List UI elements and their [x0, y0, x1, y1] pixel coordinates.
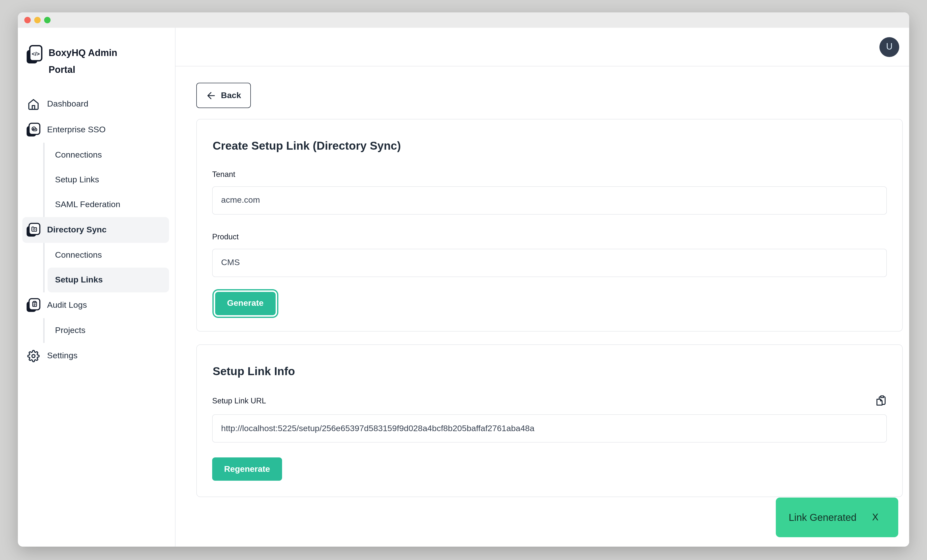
- sidebar-item-label: Projects: [55, 326, 85, 335]
- avatar[interactable]: U: [880, 37, 899, 57]
- desktop: </> BoxyHQ Admin Portal Dashboard: [0, 0, 927, 560]
- folder-sync-keycap-icon: [26, 223, 41, 237]
- create-setup-link-card: Create Setup Link (Directory Sync) Tenan…: [196, 119, 903, 331]
- sidebar-item-sso-connections[interactable]: Connections: [47, 143, 169, 167]
- sidebar-item-enterprise-sso[interactable]: Enterprise SSO: [22, 117, 169, 143]
- main-area: U Back Create Setup Link (D: [175, 28, 909, 546]
- back-button-label: Back: [221, 90, 241, 100]
- svg-text:</>: </>: [32, 51, 40, 57]
- product-label: Product: [212, 232, 887, 241]
- app-title: BoxyHQ Admin Portal: [49, 45, 128, 78]
- setup-link-url-input[interactable]: [212, 414, 887, 443]
- sidebar-item-dsync-connections[interactable]: Connections: [47, 243, 169, 268]
- sidebar-item-label: Dashboard: [47, 99, 88, 109]
- clipboard-keycap-icon: [26, 298, 41, 313]
- product-input[interactable]: [212, 249, 887, 277]
- top-header: U: [175, 28, 909, 67]
- sidebar-item-label: SAML Federation: [55, 200, 120, 209]
- tenant-label: Tenant: [212, 170, 887, 179]
- sidebar-item-settings[interactable]: Settings: [22, 343, 169, 369]
- sidebar-item-label: Connections: [55, 250, 102, 260]
- close-window-button[interactable]: [24, 17, 31, 23]
- sidebar-item-label: Audit Logs: [47, 300, 87, 310]
- toast-message: Link Generated: [789, 512, 857, 523]
- audit-logs-subgroup: Projects: [43, 318, 169, 343]
- sidebar-item-dashboard[interactable]: Dashboard: [22, 91, 169, 117]
- setup-link-url-label: Setup Link URL: [212, 396, 266, 405]
- sidebar-item-audit-logs[interactable]: Audit Logs: [22, 292, 169, 318]
- avatar-initial: U: [886, 42, 892, 52]
- generate-button[interactable]: Generate: [215, 291, 275, 315]
- tenant-input[interactable]: [212, 186, 887, 214]
- zoom-window-button[interactable]: [44, 17, 50, 23]
- sidebar-item-label: Directory Sync: [47, 225, 106, 235]
- home-icon: [26, 97, 41, 111]
- gear-icon: [26, 348, 41, 363]
- sidebar-item-dsync-setup-links[interactable]: Setup Links: [47, 268, 169, 292]
- sidebar-item-saml-federation[interactable]: SAML Federation: [47, 192, 169, 217]
- app-logo[interactable]: </> BoxyHQ Admin Portal: [22, 45, 169, 78]
- sidebar-item-label: Setup Links: [55, 175, 99, 185]
- sidebar-item-directory-sync[interactable]: Directory Sync: [22, 217, 169, 243]
- setup-link-info-card: Setup Link Info Setup Link URL: [196, 344, 903, 497]
- back-button[interactable]: Back: [196, 83, 251, 108]
- regenerate-button[interactable]: Regenerate: [212, 457, 282, 481]
- card-title: Setup Link Info: [213, 364, 887, 378]
- sidebar-item-label: Enterprise SSO: [47, 125, 106, 135]
- code-keycap-icon: </>: [26, 45, 43, 65]
- enterprise-sso-subgroup: Connections Setup Links SAML Federation: [43, 143, 169, 217]
- sidebar-nav: Dashboard: [22, 91, 169, 369]
- copy-clipboard-icon[interactable]: [875, 395, 887, 407]
- page-content: Back Create Setup Link (Directory Sync) …: [175, 67, 909, 546]
- toast-link-generated: Link Generated X: [776, 498, 898, 537]
- toast-close-button[interactable]: X: [872, 512, 878, 523]
- sidebar-item-projects[interactable]: Projects: [47, 318, 169, 343]
- sidebar-item-label: Setup Links: [55, 275, 103, 285]
- app-window: </> BoxyHQ Admin Portal Dashboard: [18, 12, 909, 546]
- sidebar: </> BoxyHQ Admin Portal Dashboard: [18, 28, 175, 546]
- sidebar-item-label: Settings: [47, 351, 78, 361]
- window-titlebar: [18, 12, 909, 28]
- arrow-left-icon: [206, 90, 216, 100]
- card-title: Create Setup Link (Directory Sync): [213, 139, 887, 153]
- sidebar-item-sso-setup-links[interactable]: Setup Links: [47, 167, 169, 192]
- directory-sync-subgroup: Connections Setup Links: [43, 243, 169, 292]
- sso-cloud-key-keycap-icon: [26, 122, 41, 137]
- sidebar-item-label: Connections: [55, 150, 102, 160]
- minimize-window-button[interactable]: [34, 17, 41, 23]
